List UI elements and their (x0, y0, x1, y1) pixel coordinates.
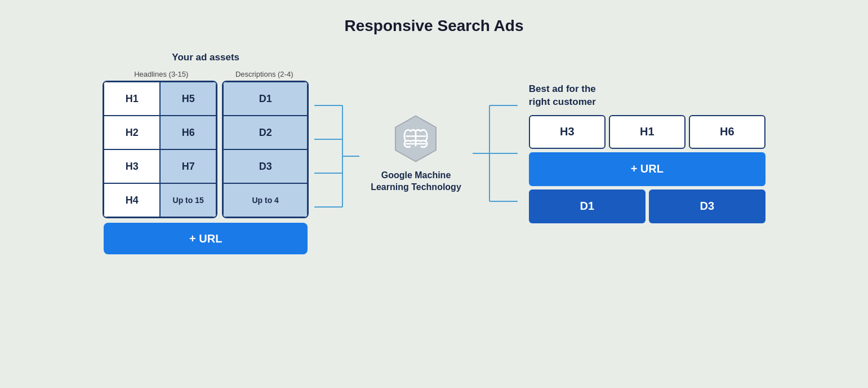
best-ad-label: Best ad for theright customer (529, 83, 596, 108)
desc-row-3: D3 (223, 149, 308, 183)
desc-row-1: D1 (223, 82, 308, 116)
descriptions-col-label: Descriptions (2-4) (222, 70, 306, 78)
cell-h6: H6 (160, 116, 216, 149)
ad-headlines-row: H3 H1 H6 (529, 115, 765, 149)
cell-upto4: Up to 4 (223, 183, 308, 217)
right-connector-svg (473, 80, 518, 227)
ad-preview: H3 H1 H6 + URL D1 D3 (529, 115, 765, 223)
page-title: Responsive Search Ads (345, 17, 524, 35)
cell-h2: H2 (104, 116, 160, 149)
cell-d2: D2 (223, 116, 308, 149)
headlines-row-4: H4 Up to 15 (104, 183, 216, 217)
page-wrapper: Responsive Search Ads Your ad assets Hea… (0, 0, 868, 388)
col-labels: Headlines (3-15) Descriptions (2-4) (105, 70, 306, 78)
headlines-col-label: Headlines (3-15) (105, 70, 217, 78)
main-content: Your ad assets Headlines (3-15) Descript… (23, 52, 845, 254)
brain-label: Google MachineLearning Technology (371, 170, 461, 193)
ad-url-row: + URL (529, 152, 765, 186)
brain-section: Google MachineLearning Technology (371, 113, 461, 193)
cell-h4: H4 (104, 183, 160, 217)
left-section: Your ad assets Headlines (3-15) Descript… (103, 52, 309, 254)
cell-d1: D1 (223, 82, 308, 116)
ad-h3: H3 (529, 115, 606, 149)
headlines-row-3: H3 H7 (104, 149, 216, 183)
ad-assets-label: Your ad assets (172, 52, 239, 63)
grids-row: H1 H5 H2 H6 H3 H7 H4 Up to 15 (103, 81, 309, 218)
cell-d3: D3 (223, 149, 308, 183)
cell-h7: H7 (160, 149, 216, 183)
cell-upto15: Up to 15 (160, 183, 216, 217)
ad-d3: D3 (649, 189, 765, 223)
headlines-grid: H1 H5 H2 H6 H3 H7 H4 Up to 15 (103, 81, 217, 218)
ad-h6: H6 (689, 115, 765, 149)
headlines-row-1: H1 H5 (104, 82, 216, 116)
headlines-row-2: H2 H6 (104, 116, 216, 149)
descriptions-grid: D1 D2 D3 Up to 4 (222, 81, 309, 218)
left-connector-svg (314, 80, 359, 227)
desc-row-2: D2 (223, 116, 308, 149)
desc-row-4: Up to 4 (223, 183, 308, 217)
cell-h5: H5 (160, 82, 216, 116)
right-section: Best ad for theright customer H3 H1 H6 +… (529, 83, 765, 223)
cell-h1: H1 (104, 82, 160, 116)
ad-h1: H1 (609, 115, 686, 149)
cell-h3: H3 (104, 149, 160, 183)
url-button-left[interactable]: + URL (104, 223, 308, 254)
ad-descriptions-row: D1 D3 (529, 189, 765, 223)
brain-icon (390, 113, 441, 164)
ad-d1: D1 (529, 189, 646, 223)
